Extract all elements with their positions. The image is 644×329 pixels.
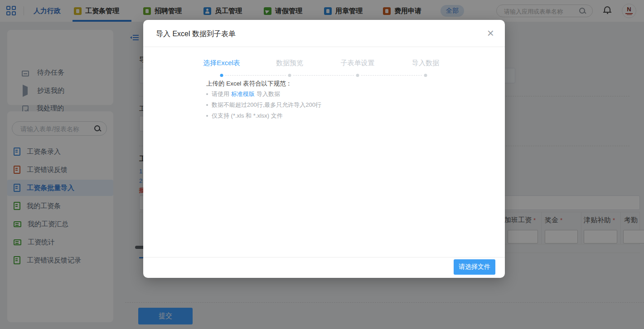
upload-rules-title: 上传的 Excel 表符合以下规范： [206, 80, 292, 88]
rule-file-types: 仅支持 (*.xls 和 *.xlsx) 文件 [206, 112, 283, 120]
modal-footer [143, 257, 505, 278]
rule-text: 请使用 [212, 90, 229, 98]
choose-file-button[interactable]: 请选择文件 [454, 259, 495, 275]
modal-header: 导入 Excel 数据到子表单 × [143, 20, 505, 47]
step-dot [356, 74, 359, 77]
rule-text: 导入数据 [257, 90, 280, 98]
step-import-data: 导入数据 [412, 59, 439, 67]
rule-text: 数据不能超过200行,最多只允许导入200行 [212, 101, 321, 109]
step-connector [361, 75, 422, 76]
rule-template: 请使用 标准模版 导入数据 [206, 90, 280, 98]
import-excel-modal: 导入 Excel 数据到子表单 × 选择Excel表 数据预览 子表单设置 导入… [143, 20, 505, 278]
rule-row-limit: 数据不能超过200行,最多只允许导入200行 [206, 101, 321, 109]
bullet-icon [206, 115, 208, 117]
step-connector [225, 75, 286, 76]
step-subform-settings: 子表单设置 [341, 59, 375, 67]
modal-title: 导入 Excel 数据到子表单 [156, 29, 236, 39]
step-select-excel: 选择Excel表 [203, 59, 240, 67]
step-dot [288, 74, 291, 77]
step-dot [424, 74, 427, 77]
step-dot-active [220, 74, 223, 77]
step-connector [293, 75, 354, 76]
bullet-icon [206, 104, 208, 106]
rule-text: 仅支持 (*.xls 和 *.xlsx) 文件 [212, 112, 283, 120]
step-data-preview: 数据预览 [276, 59, 303, 67]
bullet-icon [206, 93, 208, 95]
standard-template-link[interactable]: 标准模版 [231, 90, 255, 98]
close-icon[interactable]: × [487, 26, 494, 40]
